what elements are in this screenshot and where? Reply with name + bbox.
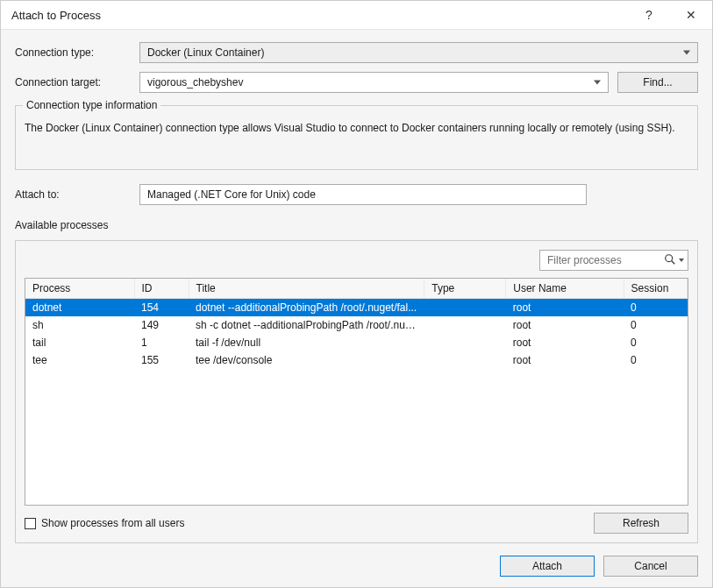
cell-process: tee bbox=[25, 351, 134, 369]
chevron-down-icon bbox=[679, 259, 684, 262]
cell-id: 155 bbox=[134, 351, 189, 369]
checkbox-box-icon bbox=[25, 518, 36, 529]
connection-target-value: vigorous_chebyshev bbox=[147, 76, 243, 89]
find-button[interactable]: Find... bbox=[617, 72, 698, 93]
svg-point-0 bbox=[666, 254, 673, 261]
show-all-users-checkbox[interactable]: Show processes from all users bbox=[25, 517, 184, 529]
search-icon bbox=[664, 253, 676, 268]
filter-input-wrapper bbox=[539, 250, 688, 271]
processes-panel: Process ID Title Type User Name Session … bbox=[15, 240, 698, 543]
cell-user: root bbox=[506, 334, 624, 351]
connection-type-select[interactable]: Docker (Linux Container) bbox=[139, 42, 698, 63]
connection-target-label: Connection target: bbox=[15, 76, 131, 89]
cell-type bbox=[424, 334, 506, 351]
info-spacer bbox=[25, 134, 688, 159]
table-row[interactable]: tee155tee /dev/consoleroot0 bbox=[25, 351, 688, 369]
available-processes-label: Available processes bbox=[15, 219, 698, 231]
filter-input[interactable] bbox=[547, 254, 659, 266]
table-row[interactable]: sh149sh -c dotnet --additionalProbingPat… bbox=[25, 316, 688, 334]
cell-process: tail bbox=[25, 334, 134, 351]
show-all-users-label: Show processes from all users bbox=[41, 517, 184, 529]
connection-target-row: Connection target: vigorous_chebyshev Fi… bbox=[15, 72, 698, 93]
col-header-process[interactable]: Process bbox=[25, 279, 134, 299]
cell-user: root bbox=[506, 299, 624, 317]
processes-tbody: dotnet154dotnet --additionalProbingPath … bbox=[25, 299, 688, 370]
cell-type bbox=[424, 316, 506, 334]
processes-bottom-row: Show processes from all users Refresh bbox=[25, 513, 688, 534]
connection-type-info-title: Connection type information bbox=[23, 99, 160, 111]
attach-to-process-dialog: Attach to Process ? ✕ Connection type: D… bbox=[0, 0, 713, 588]
cell-type bbox=[424, 351, 506, 369]
filter-row bbox=[25, 250, 688, 271]
cell-title: tail -f /dev/null bbox=[189, 334, 424, 351]
connection-type-value: Docker (Linux Container) bbox=[147, 46, 264, 59]
dialog-footer: Attach Cancel bbox=[1, 543, 712, 588]
help-icon[interactable]: ? bbox=[638, 8, 660, 22]
cell-session: 0 bbox=[624, 351, 687, 369]
dialog-title: Attach to Process bbox=[11, 9, 638, 22]
col-header-user[interactable]: User Name bbox=[506, 279, 624, 299]
cell-session: 0 bbox=[624, 334, 687, 351]
cell-type bbox=[424, 299, 506, 317]
connection-target-combo[interactable]: vigorous_chebyshev bbox=[139, 72, 609, 93]
attach-to-label: Attach to: bbox=[15, 188, 131, 201]
titlebar: Attach to Process ? ✕ bbox=[1, 1, 712, 30]
col-header-title[interactable]: Title bbox=[189, 279, 424, 299]
cell-title: tee /dev/console bbox=[189, 351, 424, 369]
svg-line-1 bbox=[672, 260, 675, 264]
attach-to-input[interactable]: Managed (.NET Core for Unix) code bbox=[139, 184, 587, 205]
connection-type-row: Connection type: Docker (Linux Container… bbox=[15, 42, 698, 63]
cell-user: root bbox=[506, 316, 624, 334]
connection-type-label: Connection type: bbox=[15, 46, 131, 59]
table-row[interactable]: tail1tail -f /dev/nullroot0 bbox=[25, 334, 688, 351]
attach-to-value: Managed (.NET Core for Unix) code bbox=[147, 188, 316, 201]
cell-process: dotnet bbox=[25, 299, 134, 317]
attach-button[interactable]: Attach bbox=[500, 556, 595, 577]
cell-id: 154 bbox=[134, 299, 189, 317]
cell-title: dotnet --additionalProbingPath /root/.nu… bbox=[189, 299, 424, 317]
refresh-button[interactable]: Refresh bbox=[594, 513, 688, 534]
titlebar-controls: ? ✕ bbox=[638, 8, 702, 22]
cell-title: sh -c dotnet --additionalProbingPath /ro… bbox=[189, 316, 424, 334]
cell-id: 1 bbox=[134, 334, 189, 351]
col-header-type[interactable]: Type bbox=[424, 279, 506, 299]
connection-type-info-group: Connection type information The Docker (… bbox=[15, 105, 698, 170]
col-header-id[interactable]: ID bbox=[134, 279, 189, 299]
processes-table-wrapper[interactable]: Process ID Title Type User Name Session … bbox=[25, 278, 688, 506]
cell-user: root bbox=[506, 351, 624, 369]
cancel-button[interactable]: Cancel bbox=[603, 556, 698, 577]
filter-search-button[interactable] bbox=[664, 253, 684, 268]
col-header-session[interactable]: Session bbox=[624, 279, 687, 299]
connection-type-info-body: The Docker (Linux Container) connection … bbox=[25, 122, 688, 134]
cell-session: 0 bbox=[624, 299, 687, 317]
table-header-row: Process ID Title Type User Name Session bbox=[25, 279, 688, 299]
table-row[interactable]: dotnet154dotnet --additionalProbingPath … bbox=[25, 299, 688, 317]
cell-session: 0 bbox=[624, 316, 687, 334]
attach-to-row: Attach to: Managed (.NET Core for Unix) … bbox=[15, 184, 698, 205]
close-icon[interactable]: ✕ bbox=[681, 8, 702, 22]
processes-table: Process ID Title Type User Name Session … bbox=[25, 279, 688, 369]
cell-process: sh bbox=[25, 316, 134, 334]
dialog-body: Connection type: Docker (Linux Container… bbox=[1, 30, 712, 543]
cell-id: 149 bbox=[134, 316, 189, 334]
